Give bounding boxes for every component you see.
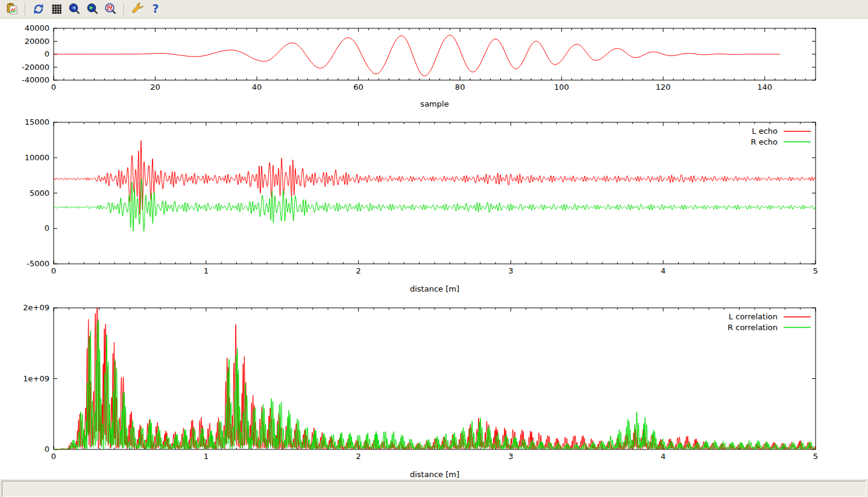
svg-text:0: 0 (51, 452, 56, 461)
svg-text:?: ? (152, 2, 159, 15)
svg-text:140: 140 (757, 83, 772, 92)
svg-text:1: 1 (204, 452, 209, 461)
svg-text:3: 3 (508, 266, 513, 275)
replot-button[interactable] (31, 1, 46, 17)
help-button[interactable]: ? (148, 1, 163, 17)
svg-text:2: 2 (356, 452, 360, 461)
svg-text:4: 4 (661, 266, 665, 275)
svg-text:1: 1 (204, 266, 209, 275)
plots-svg[interactable]: 020406080100120140-40000-200000200004000… (0, 0, 868, 479)
series-l-correlation (54, 308, 816, 449)
svg-text:40: 40 (252, 83, 262, 92)
x-axis-label: distance [m] (410, 284, 459, 293)
svg-text:2: 2 (356, 266, 360, 275)
svg-text:40000: 40000 (25, 23, 49, 33)
svg-text:60: 60 (353, 83, 363, 92)
plot-correlation[interactable]: 01234501e+092e+09distance [m]L correlati… (23, 303, 818, 479)
svg-text:80: 80 (455, 83, 465, 92)
svg-text:0: 0 (45, 49, 49, 58)
configure-button[interactable] (130, 1, 145, 17)
svg-text:1e+09: 1e+09 (23, 374, 49, 383)
plot-echo-signals[interactable]: 012345-5000050001000015000distance [m]L … (25, 117, 819, 293)
svg-text:0: 0 (45, 223, 49, 233)
help-question-icon: ? (149, 2, 162, 16)
toolbar-separator (25, 3, 26, 15)
series-l-echo (54, 140, 816, 214)
zoom-next-button[interactable] (85, 1, 101, 17)
legend-label: L echo (752, 127, 778, 136)
x-axis-label: sample (420, 99, 448, 108)
svg-text:0: 0 (45, 445, 49, 454)
svg-text:100: 100 (554, 83, 569, 92)
svg-text:120: 120 (656, 83, 671, 92)
autoscale-button[interactable] (103, 1, 119, 17)
zoom-previous-button[interactable] (67, 1, 83, 17)
gnuplot-window: ? 020406080100120140-40000-2000002000040… (0, 0, 868, 497)
autoscale-magnifier-icon (104, 2, 118, 16)
svg-text:10000: 10000 (25, 153, 49, 162)
grid-toggle-button[interactable] (49, 1, 64, 17)
grid-icon (50, 2, 63, 16)
x-axis-label: distance [m] (410, 470, 459, 479)
status-field (2, 481, 866, 497)
svg-text:0: 0 (51, 266, 56, 275)
legend-label: R echo (750, 137, 778, 146)
wrench-settings-icon (131, 2, 144, 16)
series-r-echo (54, 179, 816, 232)
svg-text:2e+09: 2e+09 (23, 303, 49, 312)
svg-text:20: 20 (150, 83, 160, 92)
zoom-previous-icon (68, 2, 81, 16)
svg-text:-5000: -5000 (27, 259, 49, 268)
svg-text:5000: 5000 (30, 189, 49, 198)
plot-sample-waveform[interactable]: 020406080100120140-40000-200000200004000… (22, 23, 816, 108)
toolbar-separator (124, 3, 125, 15)
svg-text:5: 5 (813, 452, 818, 461)
legend-label: R correlation (728, 323, 778, 332)
svg-text:-40000: -40000 (22, 75, 49, 84)
toolbar: ? (0, 0, 868, 19)
svg-text:-20000: -20000 (22, 63, 49, 72)
status-bar (0, 478, 868, 497)
svg-text:3: 3 (508, 452, 513, 461)
legend-label: L correlation (729, 312, 778, 321)
svg-text:0: 0 (51, 83, 56, 92)
svg-text:15000: 15000 (25, 117, 49, 127)
svg-text:4: 4 (661, 452, 665, 461)
zoom-next-icon (86, 2, 99, 16)
copy-to-clipboard-button[interactable] (4, 1, 20, 17)
series-r-correlation (54, 319, 816, 449)
svg-text:5: 5 (813, 266, 818, 275)
series-sample-waveform (54, 35, 780, 76)
replot-refresh-icon (32, 2, 45, 16)
svg-text:20000: 20000 (25, 37, 49, 46)
copy-to-clipboard-icon (5, 2, 19, 16)
